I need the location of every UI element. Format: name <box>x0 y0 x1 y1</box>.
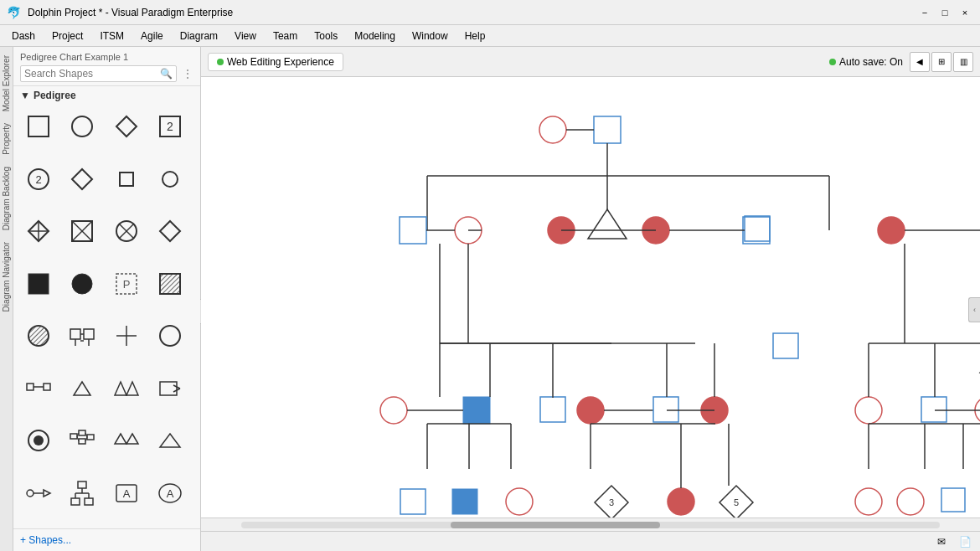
svg-rect-68 <box>85 498 93 505</box>
shape-tree-connector[interactable] <box>64 475 101 512</box>
shape-circle[interactable] <box>64 108 101 145</box>
expand-right-handle[interactable]: ‹ <box>968 297 980 322</box>
menu-itsm[interactable]: ITSM <box>91 28 132 44</box>
diagram-canvas[interactable]: .male { fill: none; stroke: #4488cc; str… <box>201 77 980 518</box>
shape-connector-1[interactable] <box>20 370 57 407</box>
document-icon[interactable]: 📄 <box>957 533 973 550</box>
toolbar-grid-button[interactable]: ⊞ <box>931 52 952 72</box>
shape-double-triangle[interactable] <box>108 370 145 407</box>
svg-rect-96 <box>773 333 798 358</box>
web-editing-status-dot <box>217 59 224 65</box>
panel-title: Pedigree Chart Example 1 <box>20 52 193 62</box>
shape-bullseye[interactable] <box>20 422 57 459</box>
shape-filled-square[interactable] <box>20 265 57 302</box>
shape-small-circle[interactable] <box>152 161 188 198</box>
svg-rect-8 <box>120 173 133 186</box>
more-options-button[interactable]: ⋮ <box>182 67 193 80</box>
menu-modeling[interactable]: Modeling <box>346 28 404 44</box>
search-icon[interactable]: 🔍 <box>160 68 173 80</box>
shape-number-2[interactable]: 2 <box>152 108 188 145</box>
svg-rect-48 <box>70 434 77 439</box>
toolbar-right: Auto save: On ◀ ⊞ ▥ <box>829 52 973 72</box>
svg-rect-105 <box>540 397 565 422</box>
menu-agile[interactable]: Agile <box>132 28 172 44</box>
sidebar-tab-strip: Model Explorer Property Diagram Backlog … <box>0 47 13 551</box>
shape-small-square[interactable] <box>108 161 145 198</box>
horizontal-scrollbar-track[interactable] <box>241 522 940 528</box>
shapes-grid: 2 2 <box>13 105 200 528</box>
svg-rect-134 <box>452 489 477 514</box>
email-icon[interactable]: ✉ <box>933 533 950 550</box>
svg-marker-61 <box>44 490 50 497</box>
svg-rect-25 <box>160 274 180 294</box>
shape-hatched-square[interactable] <box>152 265 188 302</box>
toolbar-panel-button[interactable]: ▥ <box>953 52 973 72</box>
shape-triangle-up[interactable] <box>152 422 188 459</box>
shape-hatched-circle[interactable] <box>20 317 57 354</box>
shape-complex-connector[interactable] <box>64 422 101 459</box>
svg-rect-37 <box>27 384 34 390</box>
menu-team[interactable]: Team <box>265 28 306 44</box>
app-icon: 🐬 <box>7 6 21 19</box>
toolbar-back-button[interactable]: ◀ <box>910 52 930 72</box>
property-tab[interactable]: Property <box>1 118 12 160</box>
shape-open-circle[interactable] <box>152 317 188 354</box>
maximize-button[interactable]: □ <box>936 4 953 21</box>
horizontal-scrollbar-thumb[interactable] <box>451 522 660 528</box>
web-editing-tab[interactable]: Web Editing Experience <box>208 53 343 71</box>
search-input[interactable] <box>24 68 157 80</box>
svg-marker-58 <box>160 434 180 447</box>
close-button[interactable]: × <box>957 4 973 21</box>
shape-crossed-circle[interactable] <box>108 213 145 250</box>
sidebar-content: Pedigree Chart Example 1 🔍 ⋮ ▼ Pedigree <box>13 47 200 551</box>
section-title: Pedigree <box>34 90 76 101</box>
shape-label-a[interactable]: A <box>108 475 145 512</box>
svg-marker-2 <box>116 116 137 136</box>
menu-help[interactable]: Help <box>456 28 494 44</box>
shape-icon-connector[interactable] <box>20 475 57 512</box>
minimize-button[interactable]: − <box>916 4 933 21</box>
menu-window[interactable]: Window <box>404 28 456 44</box>
status-bar: ✉ 📄 <box>201 531 980 551</box>
svg-point-108 <box>577 397 604 424</box>
shape-circle-2[interactable]: 2 <box>20 161 57 198</box>
svg-point-1 <box>72 116 92 136</box>
pedigree-section-header[interactable]: ▼ Pedigree <box>13 86 200 105</box>
diagram-navigator-tab[interactable]: Diagram Navigator <box>1 237 12 317</box>
shape-square[interactable] <box>20 108 57 145</box>
shape-triangle-down[interactable] <box>64 370 101 407</box>
shape-diamond[interactable] <box>108 108 145 145</box>
model-explorer-tab[interactable]: Model Explorer <box>1 50 12 116</box>
svg-text:P: P <box>122 278 130 291</box>
shape-filled-circle[interactable] <box>64 265 101 302</box>
diagram-backlog-tab[interactable]: Diagram Backlog <box>1 162 12 235</box>
shape-label-a2[interactable]: A <box>152 475 188 512</box>
svg-rect-49 <box>79 430 85 435</box>
shape-box-arrow[interactable] <box>152 370 188 407</box>
canvas-scrollbar[interactable] <box>201 518 980 531</box>
svg-marker-57 <box>126 434 138 444</box>
sidebar-header: Pedigree Chart Example 1 🔍 ⋮ <box>13 47 200 86</box>
shapes-footer: + Shapes... <box>13 528 200 551</box>
diagram-toolbar: Web Editing Experience Auto save: On ◀ ⊞… <box>201 47 980 77</box>
shape-dashed-p[interactable]: P <box>108 265 145 302</box>
add-shapes-button[interactable]: + Shapes... <box>20 534 71 546</box>
svg-rect-43 <box>160 382 177 395</box>
menu-view[interactable]: View <box>226 28 265 44</box>
shape-crosshair[interactable] <box>108 317 145 354</box>
menu-project[interactable]: Project <box>44 28 91 44</box>
shape-rotated-square[interactable] <box>152 213 188 250</box>
menu-diagram[interactable]: Diagram <box>172 28 226 44</box>
shape-crossed-square[interactable] <box>64 213 101 250</box>
menu-dash[interactable]: Dash <box>3 28 44 44</box>
svg-rect-153 <box>941 488 965 512</box>
shape-cross-diamond[interactable] <box>20 213 57 250</box>
title-bar: 🐬 Dolphin Project * - Visual Paradigm En… <box>0 0 980 25</box>
search-box[interactable]: 🔍 <box>20 65 177 82</box>
auto-save-label: Auto save: On <box>839 56 903 68</box>
shape-connected-squares[interactable] <box>64 317 101 354</box>
shape-small-triangles[interactable] <box>108 422 145 459</box>
svg-rect-101 <box>463 397 490 424</box>
shape-diamond-2[interactable] <box>64 161 101 198</box>
menu-tools[interactable]: Tools <box>306 28 346 44</box>
